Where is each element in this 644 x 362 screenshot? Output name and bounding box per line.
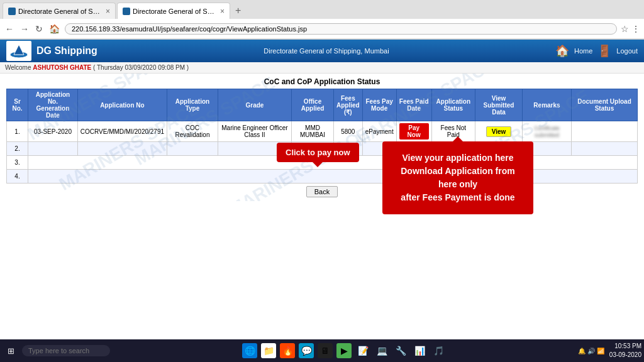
header-links: 🏠 Home 🚪 Logout — [555, 44, 638, 58]
cell-fees-paid-date-1: Pay Now — [396, 121, 431, 142]
browser-chrome: Directorate General of Shipping × Direct… — [0, 0, 644, 40]
main-content: MARINERS SPACE MARINERS SPACE MARINERS S… — [0, 74, 644, 201]
cell-sr-2: 2. — [7, 142, 28, 156]
cell-empty-2b — [77, 142, 167, 156]
taskbar-icon-app6[interactable]: 💻 — [374, 343, 389, 358]
taskbar-icon-app8[interactable]: 📊 — [412, 343, 427, 358]
pay-tooltip-text: Click to pay now — [286, 148, 350, 157]
col-fees-applied: FeesApplied(₹) — [333, 89, 362, 121]
tab-inactive[interactable]: Directorate General of Shipping × — [3, 3, 116, 19]
welcome-prefix: Welcome — [5, 64, 31, 71]
taskbar-search-input[interactable] — [22, 345, 110, 356]
reload-button[interactable]: ↻ — [34, 23, 44, 35]
site-title: DG Shipping — [36, 45, 97, 57]
taskbar-clock: 10:53 PM 03-09-2020 — [609, 342, 641, 359]
tab-favicon-1 — [8, 8, 16, 15]
taskbar: ⊞ 🌐 📁 🔥 💬 🖥 ▶ 📝 💻 🔧 📊 🎵 🔔 🔊 📶 10:53 PM 0… — [0, 339, 644, 362]
site-subtitle: Directorate General of Shipping, Mumbai — [264, 47, 389, 55]
site-logo — [6, 41, 31, 61]
taskbar-icon-app5[interactable]: 📝 — [355, 343, 370, 358]
tab-title-1: Directorate General of Shipping — [18, 8, 102, 15]
view-tooltip-text: View your application hereDownload Appli… — [401, 153, 514, 202]
home-nav-button[interactable]: 🏠 — [48, 23, 61, 35]
col-fees-paid-date: Fees PaidDate — [396, 89, 431, 121]
svg-marker-1 — [14, 45, 24, 55]
cell-empty-2l — [571, 142, 637, 156]
address-bar-input[interactable] — [65, 23, 617, 35]
cell-empty-2a — [28, 142, 78, 156]
application-table: Sr No. Application No.Generation Date Ap… — [6, 89, 638, 184]
col-sr-no: Sr No. — [7, 89, 28, 121]
taskbar-icon-folder[interactable]: 📁 — [261, 343, 276, 358]
view-tooltip: View your application hereDownload Appli… — [382, 141, 533, 214]
cell-sr-4: 4. — [7, 170, 28, 184]
start-button[interactable]: ⊞ — [3, 344, 19, 358]
cell-empty-4 — [28, 170, 638, 184]
home-link[interactable]: Home — [574, 47, 592, 55]
col-app-status: ApplicationStatus — [431, 89, 475, 121]
tab-favicon-2 — [123, 8, 130, 15]
pay-now-button[interactable]: Pay Now — [399, 123, 429, 140]
site-header: DG Shipping Directorate General of Shipp… — [0, 40, 644, 62]
page-content: DG Shipping Directorate General of Shipp… — [0, 40, 644, 362]
welcome-bar: Welcome ASHUTOSH GHATE ( Thursday 03/09/… — [0, 62, 644, 74]
col-remarks: Remarks — [522, 89, 571, 121]
new-tab-button[interactable]: + — [231, 5, 245, 16]
cell-fees-1: 5800 — [333, 121, 362, 142]
cell-office-1: MMD MUMBAI — [292, 121, 334, 142]
cell-app-no-1: COCRVE/MMD/MI/2020/2791 — [77, 121, 167, 142]
tab-title-2: Directorate General of Shipping — [133, 8, 216, 15]
forward-nav-button[interactable]: → — [19, 23, 30, 35]
cell-app-type-1: COC Revalidation — [167, 121, 218, 142]
col-doc-upload: Document Upload Status — [571, 89, 637, 121]
col-gen-date: Application No.Generation Date — [28, 89, 78, 121]
table-row: 4. — [7, 170, 638, 184]
menu-button[interactable]: ⋮ — [631, 24, 640, 34]
taskbar-time-display: 10:53 PM — [609, 342, 641, 351]
tab-active[interactable]: Directorate General of Shipping × — [117, 3, 230, 19]
remarks-blurred: Certificate submitted — [534, 125, 560, 138]
col-view-submitted: View SubmittedData — [475, 89, 523, 121]
taskbar-right: 🔔 🔊 📶 10:53 PM 03-09-2020 — [578, 342, 641, 359]
taskbar-icons: 🌐 📁 🔥 💬 🖥 ▶ 📝 💻 🔧 📊 🎵 — [242, 343, 446, 358]
back-button[interactable]: Back — [306, 186, 338, 197]
taskbar-date-display: 03-09-2020 — [609, 351, 641, 359]
pay-tooltip: Click to pay now — [277, 143, 359, 162]
taskbar-left: ⊞ — [3, 344, 110, 358]
col-grade: Grade — [218, 89, 291, 121]
browser-actions: ☆ ⋮ — [621, 24, 640, 34]
taskbar-icon-app2[interactable]: 💬 — [299, 343, 314, 358]
taskbar-icon-app1[interactable]: 🔥 — [280, 343, 295, 358]
col-office: OfficeApplied — [292, 89, 334, 121]
cell-grade-1: Marine Engineer Officer Class II — [218, 121, 291, 142]
cell-gen-date-1: 03-SEP-2020 — [28, 121, 78, 142]
tab-close-2[interactable]: × — [220, 7, 225, 16]
tab-close-1[interactable]: × — [106, 7, 110, 16]
view-button[interactable]: View — [486, 126, 512, 137]
back-nav-button[interactable]: ← — [4, 23, 15, 35]
taskbar-icon-edge[interactable]: 🌐 — [242, 343, 257, 358]
col-app-no: Application No — [77, 89, 167, 121]
logout-link[interactable]: Logout — [616, 47, 638, 55]
cell-pay-mode-1: ePayment — [362, 121, 396, 142]
col-app-type: Application Type — [167, 89, 218, 121]
cell-view-1: View — [475, 121, 523, 142]
bookmark-button[interactable]: ☆ — [621, 24, 629, 34]
taskbar-icon-app3[interactable]: 🖥 — [318, 343, 333, 358]
taskbar-icon-app4[interactable]: ▶ — [336, 343, 352, 358]
address-bar-row: ← → ↻ 🏠 ☆ ⋮ — [0, 19, 644, 39]
cell-sr-1: 1. — [7, 121, 28, 142]
tab-bar: Directorate General of Shipping × Direct… — [0, 0, 644, 19]
section-title: CoC and CoP Application Status — [6, 77, 638, 86]
cell-sr-3: 3. — [7, 156, 28, 170]
col-fees-pay-mode: Fees PayMode — [362, 89, 396, 121]
cell-empty-2c — [167, 142, 218, 156]
taskbar-icon-app9[interactable]: 🎵 — [431, 343, 446, 358]
taskbar-notification-icons: 🔔 🔊 📶 — [578, 348, 604, 354]
welcome-datetime: ( Thursday 03/09/2020 09:08 PM ) — [93, 64, 189, 71]
table-row: 1. 03-SEP-2020 COCRVE/MMD/MI/2020/2791 C… — [7, 121, 638, 142]
cell-remarks-1: Certificate submitted — [522, 121, 571, 142]
welcome-username: ASHUTOSH GHATE — [33, 64, 91, 71]
cell-doc-upload-1 — [571, 121, 637, 142]
taskbar-icon-app7[interactable]: 🔧 — [393, 343, 408, 358]
